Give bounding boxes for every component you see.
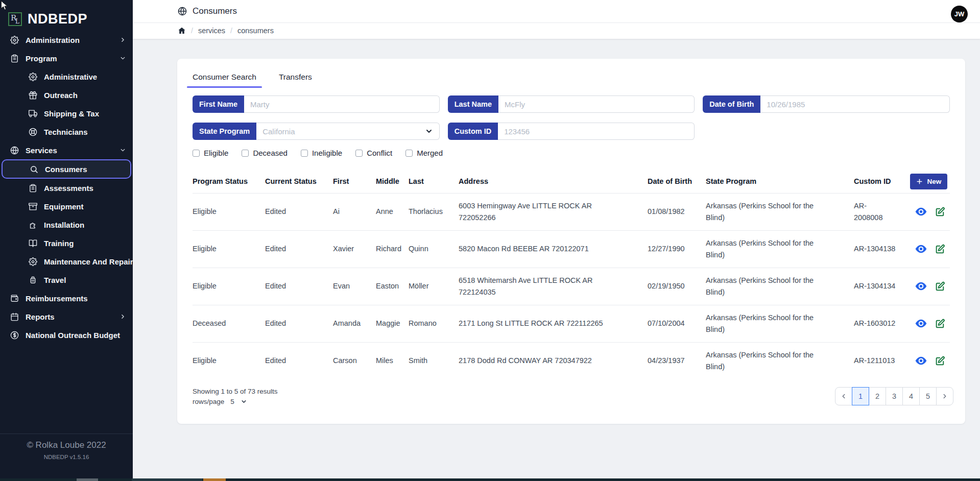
checkbox-ineligible[interactable]: Ineligible xyxy=(301,149,342,157)
sidebar-item-label: Equipment xyxy=(44,202,84,211)
checkbox-conflict[interactable]: Conflict xyxy=(355,149,392,157)
sidebar-item-label: Services xyxy=(26,146,57,155)
edit-icon[interactable] xyxy=(935,319,945,329)
sidebar-item-label: Consumers xyxy=(45,165,87,174)
checkbox-box[interactable] xyxy=(193,150,200,157)
sidebar-item-technicians[interactable]: Technicians xyxy=(0,123,133,141)
tab-consumer-search[interactable]: Consumer Search xyxy=(187,66,262,88)
checkbox-box[interactable] xyxy=(355,150,363,157)
column-date-of-birth: Date of Birth xyxy=(648,177,706,185)
view-icon[interactable] xyxy=(915,317,927,330)
page-button-2[interactable]: 2 xyxy=(869,387,886,405)
cell-last: Quinn xyxy=(409,243,459,254)
cell-custom-id: AR-1603012 xyxy=(854,318,910,329)
checkbox-merged[interactable]: Merged xyxy=(405,149,443,157)
breadcrumb-consumers[interactable]: consumers xyxy=(237,27,274,35)
first-name-field[interactable] xyxy=(244,95,440,113)
calendar-icon xyxy=(10,312,19,321)
cell-middle: Easton xyxy=(376,280,409,292)
sidebar-item-installation[interactable]: Installation xyxy=(0,215,133,234)
sidebar-item-shipping-tax[interactable]: Shipping & Tax xyxy=(0,104,133,123)
cell-dob: 12/27/1990 xyxy=(648,243,706,254)
chevron-down-icon xyxy=(241,398,247,405)
sidebar-item-national-outreach-budget[interactable]: National Outreach Budget xyxy=(0,326,133,344)
sidebar-item-administration[interactable]: Administration xyxy=(0,31,133,49)
page-button-4[interactable]: 4 xyxy=(902,387,920,405)
edit-icon[interactable] xyxy=(935,207,945,217)
cell-current-status: Edited xyxy=(265,206,333,217)
view-icon[interactable] xyxy=(915,243,927,255)
column-current-status: Current Status xyxy=(265,177,333,185)
previous-page-button[interactable] xyxy=(835,387,852,405)
cell-first: Xavier xyxy=(333,243,376,254)
sidebar-item-program[interactable]: Program xyxy=(0,49,133,67)
custom-id-field[interactable] xyxy=(498,123,695,140)
page-button-1[interactable]: 1 xyxy=(852,387,869,405)
page-button-5[interactable]: 5 xyxy=(919,387,937,405)
column-address: Address xyxy=(459,177,648,185)
last-name-group: Last Name xyxy=(448,95,695,113)
edit-icon[interactable] xyxy=(935,281,945,292)
taskbar-segment xyxy=(77,478,98,481)
app-logo[interactable]: RL NDBEDP xyxy=(0,0,133,31)
sidebar-item-label: Training xyxy=(44,239,74,248)
cell-current-status: Edited xyxy=(265,318,333,329)
cell-current-status: Edited xyxy=(265,243,333,254)
home-icon[interactable] xyxy=(178,27,186,35)
sidebar-item-outreach[interactable]: Outreach xyxy=(0,86,133,104)
sidebar-item-travel[interactable]: Travel xyxy=(0,271,133,289)
checkbox-box[interactable] xyxy=(242,150,249,157)
checkbox-eligible[interactable]: Eligible xyxy=(193,149,228,157)
view-icon[interactable] xyxy=(915,205,927,218)
state-program-placeholder: California xyxy=(262,127,295,136)
taskbar-edge xyxy=(0,478,980,481)
last-name-field[interactable] xyxy=(498,95,695,113)
sidebar-item-maintenance-and-repair[interactable]: Maintenance And Repair xyxy=(0,252,133,271)
sidebar-item-consumers[interactable]: Consumers xyxy=(2,159,131,179)
sidebar-item-training[interactable]: Training xyxy=(0,234,133,252)
sidebar-item-label: Program xyxy=(26,54,57,63)
edit-icon[interactable] xyxy=(935,356,945,366)
chevron-left-icon xyxy=(840,393,847,400)
sidebar-footer: © Rolka Loube 2022 NDBEDP v1.5.16 xyxy=(0,434,133,476)
cell-program-status: Eligible xyxy=(193,206,265,217)
status-checkboxes: Eligible Deceased Ineligible Conflict Me… xyxy=(193,149,443,157)
edit-icon[interactable] xyxy=(935,244,945,254)
view-icon[interactable] xyxy=(915,354,927,367)
sidebar-item-reports[interactable]: Reports xyxy=(0,307,133,326)
sidebar-item-services[interactable]: Services xyxy=(0,141,133,159)
taskbar-segment xyxy=(132,478,202,481)
checkbox-deceased[interactable]: Deceased xyxy=(242,149,288,157)
sidebar-item-administrative[interactable]: Administrative xyxy=(0,67,133,86)
breadcrumb-separator: / xyxy=(191,27,193,35)
archive-box-icon xyxy=(29,202,37,211)
table-row: Eligible Edited Carson Miles Smith 2178 … xyxy=(193,342,950,379)
user-avatar[interactable]: JW xyxy=(951,6,968,22)
chevron-down-icon xyxy=(119,147,126,154)
column-first: First xyxy=(333,177,376,185)
state-program-select[interactable]: California xyxy=(256,123,440,140)
cell-address: 2171 Long St LITTLE ROCK AR 722112265 xyxy=(459,318,648,329)
chevron-down-icon xyxy=(425,127,433,135)
checkbox-label: Conflict xyxy=(367,149,392,157)
puzzle-icon xyxy=(29,221,37,229)
view-icon[interactable] xyxy=(915,280,927,293)
checkbox-box[interactable] xyxy=(301,150,308,157)
new-consumer-button[interactable]: New xyxy=(910,174,947,189)
page-button-3[interactable]: 3 xyxy=(886,387,903,405)
sidebar-item-assessments[interactable]: Assessments xyxy=(0,179,133,197)
next-page-button[interactable] xyxy=(936,387,953,405)
column-state-program: State Program xyxy=(706,177,854,185)
breadcrumb-services[interactable]: services xyxy=(198,27,225,35)
tab-transfers[interactable]: Transfers xyxy=(273,66,318,88)
cell-custom-id: AR-1304138 xyxy=(854,243,910,254)
sidebar-item-reimbursements[interactable]: Reimbursements xyxy=(0,289,133,307)
gear-icon xyxy=(10,36,19,44)
sidebar-item-equipment[interactable]: Equipment xyxy=(0,197,133,215)
rows-per-page-select[interactable]: rows/page 5 xyxy=(193,398,278,405)
date-of-birth-field[interactable] xyxy=(760,95,950,113)
column-middle: Middle xyxy=(376,177,409,185)
checkbox-box[interactable] xyxy=(405,150,413,157)
top-bar: Consumers JW xyxy=(133,0,980,23)
cell-address: 2178 Dodd Rd CONWAY AR 720347922 xyxy=(459,355,648,366)
